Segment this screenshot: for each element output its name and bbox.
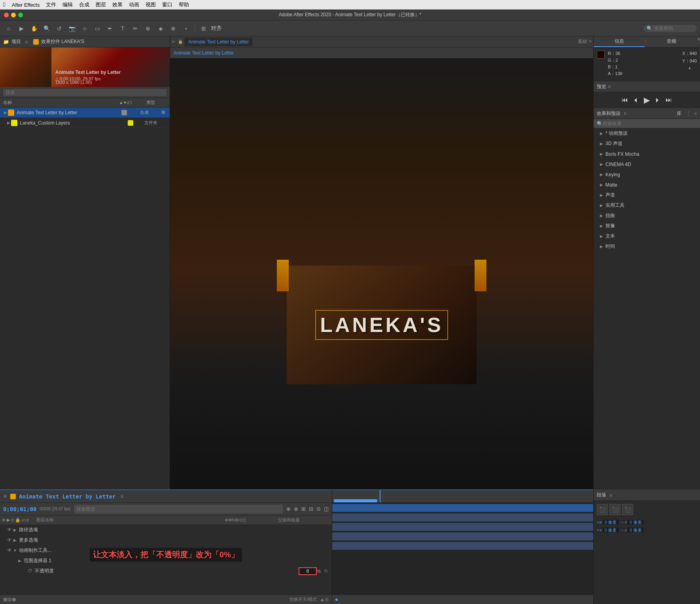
track-segment-1[interactable] [332,504,593,512]
align-center-btn[interactable]: ⬛ [609,504,621,515]
vis-toggle[interactable]: 👁 [6,537,13,544]
vis-toggle[interactable]: 👁 [6,527,13,533]
link-icon[interactable]: ⊞ [160,109,166,116]
track-segment-3[interactable] [332,523,593,531]
timeline-icon-6[interactable]: ◫ [324,506,329,512]
pad-input-2[interactable] [628,520,643,525]
maximize-button[interactable] [18,13,23,17]
home-button[interactable]: ⌂ [3,23,14,34]
effects-item-anim-presets[interactable]: ▶ * 动画预设 [594,128,700,139]
brush-tool[interactable]: ✏ [130,23,141,34]
effects-item-distort[interactable]: ▶ 扭曲 [594,211,700,221]
project-item-comp[interactable]: ▶ Animate Text Letter by Letter 合成 ⊞ [0,108,170,118]
info-panel-menu[interactable]: ≡ [697,36,700,47]
prev-back-btn[interactable]: ⏴ [633,96,639,104]
menu-effects[interactable]: 效果 [112,1,123,8]
layer-opacity[interactable]: ⏱ 不透明度 % ⊙ [0,566,332,576]
close-button[interactable] [4,13,9,17]
clone-tool[interactable]: ⊕ [142,23,153,34]
zoom-tool[interactable]: 🔍 [41,23,52,34]
stopwatch-icon[interactable]: ⏱ [27,568,33,574]
menu-comp[interactable]: 合成 [79,1,89,8]
timeline-search-input[interactable] [74,505,283,513]
statusbar-btn2[interactable]: ⊙ [8,596,12,602]
segments-menu-icon[interactable]: ≡ [609,493,612,498]
timeline-icon-1[interactable]: ⊕ [286,506,291,512]
snap-button[interactable]: ⊞ [198,23,209,34]
next-last-btn[interactable]: ⏭ [666,96,672,104]
close-tab-button[interactable]: ✕ [172,40,175,44]
preview-menu-icon[interactable]: ≡ [608,84,611,89]
sort-icon[interactable]: ▲▼ [119,100,127,105]
effects-item-keying2[interactable]: ▶ 抠像 [594,221,700,231]
pad-input-4[interactable] [628,528,643,532]
expand-arrow[interactable]: ▶ [17,559,22,563]
rect-tool[interactable]: ▭ [92,23,103,34]
project-item-folder[interactable]: ▶ Laneka_Custom Layers 文件夹 [0,118,170,128]
current-timecode[interactable]: 0;00;01;00 [3,506,36,512]
menu-file[interactable]: 文件 [46,1,56,8]
comp-tab[interactable]: Animate Text Letter by Letter [184,38,253,46]
effects-expand-icon[interactable]: » [694,111,697,116]
expand-icon[interactable]: ▶ [3,110,8,115]
effects-item-3d-audio[interactable]: ▶ 3D 声道 [594,139,700,149]
text-tool[interactable]: T [117,23,128,34]
next-frame-btn[interactable]: ⏵ [655,96,661,104]
vis-toggle[interactable] [11,558,17,564]
layer-animator[interactable]: 👁 ▼ 动画制作工具... [0,545,332,556]
effects-search-input[interactable] [603,121,697,126]
statusbar-btn1[interactable]: ⊞ [3,596,8,602]
opacity-dial-icon[interactable]: ⊙ [324,568,330,574]
tab-info[interactable]: 信息 [594,36,645,47]
close-timeline-btn[interactable]: ✕ [3,494,7,499]
timeline-icon-5[interactable]: ⊙ [316,506,321,512]
timeline-icon-2[interactable]: ⊗ [294,506,298,512]
menu-window[interactable]: 窗口 [162,1,172,8]
project-search[interactable] [0,87,170,98]
project-search-input[interactable] [3,89,166,96]
timeline-icon-4[interactable]: ⊟ [309,506,313,512]
effects-item-channel[interactable]: ▶ 声道 [594,190,700,200]
playhead[interactable] [380,490,380,502]
effects-search[interactable]: 🔍 [594,119,700,128]
lib-options-icon[interactable]: ⋮ [686,111,691,116]
vis-toggle[interactable] [16,568,22,574]
menu-edit[interactable]: 编辑 [62,1,73,8]
layer-path-options[interactable]: 👁 ▶ 路径选项 [0,525,332,535]
align-right-btn[interactable]: ⬛ [622,504,633,515]
selection-tool[interactable]: ⊹ [79,23,90,34]
frame-blend-icon[interactable]: ⊙ [325,597,329,602]
vis-toggle[interactable]: 👁 [6,547,13,554]
effects-item-matte[interactable]: ▶ Matte [594,180,700,190]
effects-item-text[interactable]: ▶ 文本 [594,231,700,242]
project-menu-icon[interactable]: ≡ [25,39,28,45]
eraser-tool[interactable]: ◈ [155,23,166,34]
layer-more-options[interactable]: 👁 ▶ 更多选项 [0,535,332,545]
rotate-tool[interactable]: ↺ [54,23,65,34]
expand-arrow[interactable]: ▶ [13,528,17,532]
hand-tool[interactable]: ✋ [28,23,40,34]
play-btn[interactable]: ▶ [644,95,650,105]
help-search[interactable]: 🔍 [643,25,697,32]
effects-item-utilities[interactable]: ▶ 实用工具 [594,200,700,211]
timeline-icon-3[interactable]: ⊞ [301,506,306,512]
layer-range-selector[interactable]: ▶ 范围选择器 1 [0,556,332,566]
pad-input-3[interactable] [603,528,619,532]
camera-tool[interactable]: 📷 [66,23,78,34]
opacity-input-container[interactable] [299,567,317,575]
track-segment-4[interactable] [332,532,593,540]
expand-icon[interactable]: ▶ [6,121,11,125]
pad-input-1[interactable] [603,520,619,525]
minimize-button[interactable] [11,13,16,17]
effects-item-time[interactable]: ▶ 时间 [594,242,700,252]
pen-tool[interactable]: ✒ [104,23,115,34]
work-area-bar[interactable] [334,499,377,502]
menu-ae[interactable]: After Effects [12,2,40,8]
effects-item-keying[interactable]: ▶ Keying [594,170,700,180]
expand-arrow[interactable]: ▼ [13,548,17,553]
effects-item-cinema4d[interactable]: ▶ CINEMA 4D [594,159,700,170]
align-left-btn[interactable]: ⬛ [597,504,608,515]
effects-item-boris[interactable]: ▶ Boris FX Mocha [594,149,700,159]
track-segment-2[interactable] [332,513,593,521]
statusbar-btn3[interactable]: ⊕ [12,596,16,602]
